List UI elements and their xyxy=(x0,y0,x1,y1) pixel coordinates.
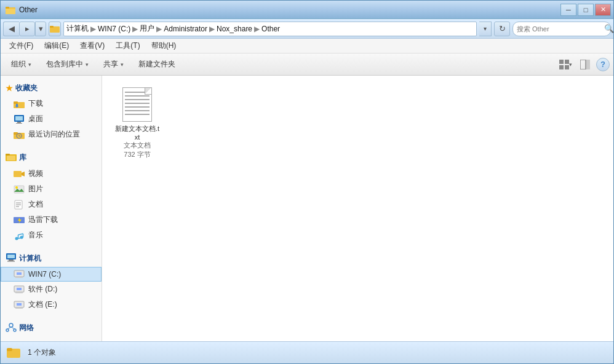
sidebar-header-computer[interactable]: 计算机 xyxy=(1,250,102,267)
path-part-users: 用户 xyxy=(140,23,154,34)
path-part-computer: 计算机 xyxy=(66,23,89,34)
svg-rect-6 xyxy=(565,60,569,64)
explorer-window: Other ─ □ ✕ ◀ ▸ ▾ 计算机 ▶ WIN7 (C:) ▶ 用户 ▶ xyxy=(0,0,614,364)
svg-rect-46 xyxy=(9,259,14,261)
file-area: 新建文本文档.txt 文本文档 732 字节 xyxy=(102,76,613,341)
menu-edit[interactable]: 编辑(E) xyxy=(39,39,74,52)
help-button[interactable]: ? xyxy=(596,58,610,71)
share-button[interactable]: 共享 ▾ xyxy=(97,56,130,73)
sidebar-item-desktop[interactable]: 桌面 xyxy=(1,111,102,127)
sidebar-header-network[interactable]: 网络 xyxy=(1,320,102,336)
back-button[interactable]: ◀ xyxy=(3,22,19,36)
win7-drive-icon xyxy=(14,269,25,279)
folder-icon-btn[interactable] xyxy=(49,22,61,36)
sidebar-item-videos[interactable]: 视频 xyxy=(1,166,102,181)
file-item-txt[interactable]: 新建文本文档.txt 文本文档 732 字节 xyxy=(110,83,165,164)
status-count: 1 个对象 xyxy=(28,347,56,358)
menu-tools[interactable]: 工具(T) xyxy=(111,39,145,52)
music-icon xyxy=(14,231,25,240)
nav-btn-group: ◀ ▸ ▾ xyxy=(3,22,46,36)
sidebar-item-win7[interactable]: WIN7 (C:) xyxy=(1,267,102,282)
titlebar: Other ─ □ ✕ xyxy=(1,1,613,19)
sidebar-item-pictures[interactable]: 图片 xyxy=(1,181,102,197)
txt-line-5 xyxy=(125,106,150,108)
organize-button[interactable]: 组织 ▾ xyxy=(4,56,38,73)
path-sep-1: ▶ xyxy=(90,25,96,33)
sidebar-item-documents[interactable]: 文档 xyxy=(1,197,102,212)
sidebar-item-recent[interactable]: 最近访问的位置 xyxy=(1,127,102,142)
search-input[interactable] xyxy=(517,25,602,33)
svg-rect-49 xyxy=(15,277,23,278)
svg-rect-12 xyxy=(14,101,18,104)
txt-line-2 xyxy=(125,95,150,97)
txt-line-3 xyxy=(125,99,150,100)
file-name: 新建文本文档.txt xyxy=(114,124,161,141)
txt-file-icon xyxy=(122,87,152,122)
path-sep-4: ▶ xyxy=(209,25,215,33)
library-folder-icon xyxy=(6,152,17,164)
toolbar: 组织 ▾ 包含到库中 ▾ 共享 ▾ 新建文件夹 ▾ xyxy=(1,53,613,76)
documents-icon xyxy=(14,200,25,210)
nav-dropdown-button[interactable]: ▾ xyxy=(35,22,46,36)
statusbar: 1 个对象 xyxy=(1,341,613,363)
sidebar-header-favorites[interactable]: ★ 收藏夹 xyxy=(1,81,102,96)
view-dropdown-icon: ▾ xyxy=(569,61,572,68)
sidebar-item-software[interactable]: 软件 (D:) xyxy=(1,282,102,297)
svg-rect-50 xyxy=(17,272,22,275)
svg-rect-55 xyxy=(15,307,23,309)
file-size: 732 字节 xyxy=(124,150,150,159)
search-box: 🔍 xyxy=(512,22,611,36)
main-content: ★ 收藏夹 下载 桌面 xyxy=(1,76,613,341)
forward-button[interactable]: ▸ xyxy=(19,22,35,36)
view-options-button[interactable]: ▾ xyxy=(557,56,574,73)
menu-view[interactable]: 查看(V) xyxy=(75,39,110,52)
sidebar-item-music[interactable]: 音乐 xyxy=(1,228,102,243)
music-label: 音乐 xyxy=(28,230,43,240)
svg-marker-28 xyxy=(22,172,25,176)
svg-rect-18 xyxy=(16,123,22,124)
svg-rect-26 xyxy=(7,156,15,160)
file-type: 文本文档 xyxy=(124,141,151,150)
svg-rect-2 xyxy=(6,7,9,9)
sidebar-section-favorites: ★ 收藏夹 下载 桌面 xyxy=(1,81,102,142)
svg-rect-9 xyxy=(580,60,586,69)
downloads-icon xyxy=(14,99,25,109)
titlebar-left: Other xyxy=(6,5,38,15)
minimize-button[interactable]: ─ xyxy=(560,4,576,16)
svg-point-58 xyxy=(6,329,9,331)
path-sep-3: ▶ xyxy=(156,25,162,33)
maximize-button[interactable]: □ xyxy=(578,4,594,16)
new-folder-button[interactable]: 新建文件夹 xyxy=(132,56,182,73)
include-library-button[interactable]: 包含到库中 ▾ xyxy=(39,56,95,73)
include-library-dropdown-icon: ▾ xyxy=(86,61,89,68)
addressbar: ◀ ▸ ▾ 计算机 ▶ WIN7 (C:) ▶ 用户 ▶ Administrat… xyxy=(1,19,613,39)
downloads-label: 下载 xyxy=(28,98,43,109)
sidebar-item-downloads[interactable]: 下载 xyxy=(1,96,102,111)
organize-dropdown-icon: ▾ xyxy=(28,61,31,68)
docs-drive-label: 文档 (E:) xyxy=(28,299,57,310)
sidebar-section-network: 网络 xyxy=(1,320,102,336)
menu-file[interactable]: 文件(F) xyxy=(4,39,38,52)
svg-rect-4 xyxy=(50,26,54,28)
svg-point-30 xyxy=(15,186,18,189)
address-path[interactable]: 计算机 ▶ WIN7 (C:) ▶ 用户 ▶ Administrator ▶ N… xyxy=(63,22,477,36)
txt-line-6 xyxy=(125,110,150,111)
svg-line-60 xyxy=(7,327,11,329)
close-button[interactable]: ✕ xyxy=(595,4,611,16)
preview-pane-button[interactable] xyxy=(576,56,594,73)
sidebar-item-docs-drive[interactable]: 文档 (E:) xyxy=(1,297,102,312)
sidebar-divider-1 xyxy=(1,144,102,149)
path-dropdown-button[interactable]: ▾ xyxy=(479,22,492,36)
search-icon[interactable]: 🔍 xyxy=(604,24,614,33)
network-label: 网络 xyxy=(19,323,34,333)
sidebar-section-library: 库 视频 图片 文档 xyxy=(1,149,102,243)
refresh-button[interactable]: ↻ xyxy=(494,22,510,36)
path-part-nox: Nox_share xyxy=(217,25,252,33)
svg-rect-8 xyxy=(565,65,569,69)
menu-help[interactable]: 帮助(H) xyxy=(146,39,181,52)
path-sep-5: ▶ xyxy=(254,25,260,33)
sidebar-item-thunder[interactable]: 迅雷下载 xyxy=(1,212,102,228)
txt-line-4 xyxy=(125,103,150,104)
sidebar-header-library[interactable]: 库 xyxy=(1,149,102,166)
sidebar-divider-3 xyxy=(1,315,102,320)
